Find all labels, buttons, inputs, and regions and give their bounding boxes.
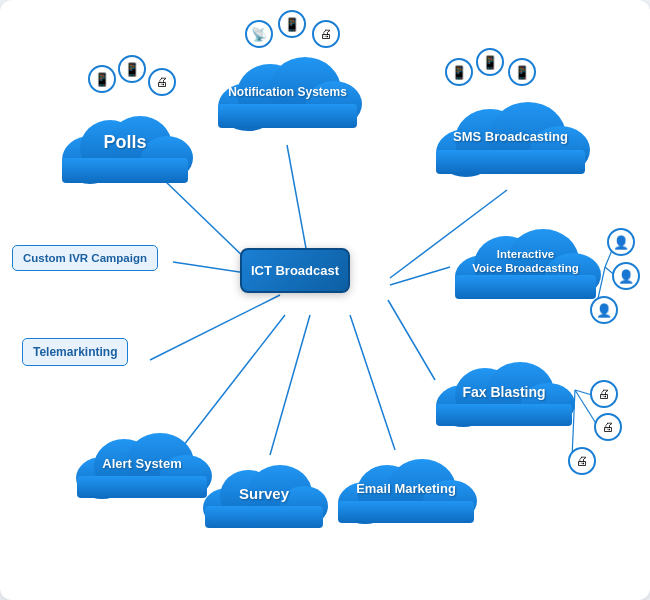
ivrcampaign-node[interactable]: Custom IVR Campaign: [12, 245, 158, 271]
notif-icon-3: 🖨: [312, 20, 340, 48]
svg-rect-50: [205, 506, 323, 528]
svg-rect-20: [62, 158, 188, 183]
polls-label: Polls: [103, 132, 146, 154]
notif-icon-1: 📡: [245, 20, 273, 48]
ivr-person-2: 👤: [612, 262, 640, 290]
sms-icon-2: 📱: [476, 48, 504, 76]
svg-line-5: [350, 315, 395, 450]
sms-icon-1: 📱: [445, 58, 473, 86]
svg-line-4: [388, 300, 435, 380]
svg-rect-45: [338, 501, 474, 523]
ivr-person-3: 👤: [590, 296, 618, 324]
polls-node[interactable]: Polls: [55, 98, 195, 188]
fax-icon-3: 🖨: [568, 447, 596, 475]
survey-node[interactable]: Survey: [200, 450, 328, 532]
ivr-node[interactable]: Interactive Voice Broadcasting: [448, 215, 603, 303]
sms-label: SMS Broadcasting: [453, 129, 568, 145]
notification-label: Notification Systems: [228, 85, 347, 99]
svg-rect-40: [436, 404, 572, 426]
fax-node[interactable]: Fax Blasting: [430, 348, 578, 430]
sms-icon-3: 📱: [508, 58, 536, 86]
diagram-container: ICT Broadcast Polls: [0, 0, 650, 600]
survey-label: Survey: [239, 485, 289, 503]
email-node[interactable]: Email Marketing: [332, 445, 480, 527]
fax-icon-1: 🖨: [590, 380, 618, 408]
email-label: Email Marketing: [356, 481, 456, 497]
ivr-person-1: 👤: [607, 228, 635, 256]
fax-label: Fax Blasting: [462, 384, 545, 401]
svg-line-6: [270, 315, 310, 455]
svg-rect-55: [77, 476, 207, 498]
telemarketing-node[interactable]: Telemarkinting: [22, 338, 128, 366]
svg-line-8: [150, 295, 280, 360]
notification-node[interactable]: Notification Systems: [210, 42, 365, 132]
center-node[interactable]: ICT Broadcast: [240, 248, 350, 293]
polls-icon-1: 📱: [88, 65, 116, 93]
sms-node[interactable]: SMS Broadcasting: [428, 88, 593, 178]
polls-icon-2: 📱: [118, 55, 146, 83]
fax-icon-2: 🖨: [594, 413, 622, 441]
polls-icon-3: 🖨: [148, 68, 176, 96]
svg-rect-35: [455, 275, 596, 299]
ivr-label: Interactive Voice Broadcasting: [472, 248, 579, 276]
svg-rect-25: [218, 104, 357, 128]
alert-label: Alert System: [102, 456, 181, 472]
svg-line-3: [390, 267, 450, 285]
alert-node[interactable]: Alert System: [72, 420, 212, 502]
notif-icon-2: 📱: [278, 10, 306, 38]
svg-rect-30: [436, 150, 585, 174]
